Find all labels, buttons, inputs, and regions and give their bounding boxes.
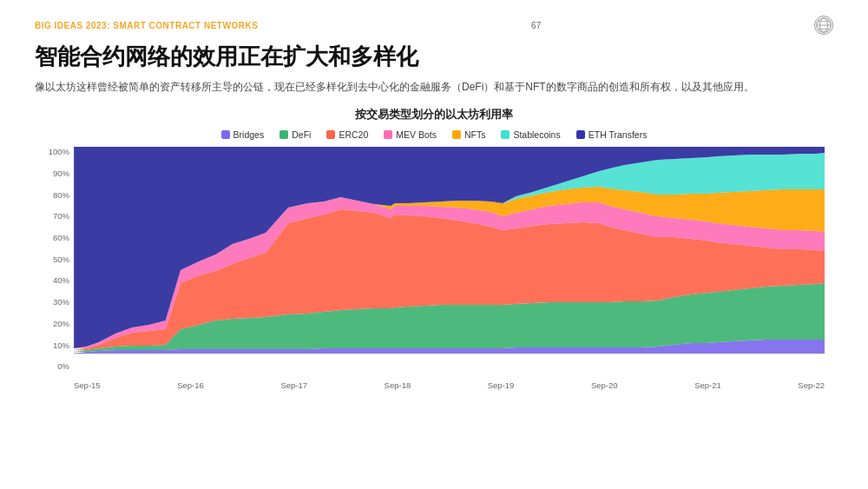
- legend-label-mev: MEV Bots: [396, 129, 437, 140]
- page-subtitle: 像以太坊这样曾经被简单的资产转移所主导的公链，现在已经多样化到去中心化的金融服务…: [35, 79, 833, 95]
- x-label-sep21: Sep-21: [694, 380, 721, 390]
- legend-nfts: NFTs: [452, 129, 486, 140]
- legend-label-nfts: NFTs: [464, 129, 486, 140]
- header-subtitle: SMART CONTRACT NETWORKS: [113, 21, 258, 30]
- legend-dot-nfts: [452, 130, 461, 139]
- y-label-90: 90%: [35, 169, 74, 178]
- chart-legend: Bridges DeFi ERC20 MEV Bots NFTs Stablec…: [35, 129, 833, 140]
- y-label-70: 70%: [35, 211, 74, 221]
- legend-dot-bridges: [221, 130, 230, 139]
- x-label-sep16: Sep-16: [177, 380, 204, 390]
- x-label-sep17: Sep-17: [280, 380, 307, 390]
- legend-stablecoins: Stablecoins: [501, 129, 560, 140]
- y-label-20: 20%: [35, 319, 74, 328]
- y-label-60: 60%: [35, 233, 74, 242]
- y-label-50: 50%: [35, 254, 74, 264]
- page: BIG IDEAS 2023: SMART CONTRACT NETWORKS …: [0, 0, 868, 489]
- legend-bridges: Bridges: [221, 129, 265, 140]
- header-left: BIG IDEAS 2023: SMART CONTRACT NETWORKS: [35, 21, 258, 30]
- legend-label-erc20: ERC20: [339, 129, 368, 140]
- legend-label-defi: DeFi: [292, 129, 311, 140]
- y-label-40: 40%: [35, 275, 74, 285]
- y-label-0: 0%: [35, 361, 74, 371]
- legend-mev: MEV Bots: [384, 129, 437, 140]
- legend-dot-stablecoins: [501, 130, 510, 139]
- legend-label-eth-transfers: ETH Transfers: [589, 129, 648, 140]
- chart-svg-area: [74, 147, 825, 371]
- legend-label-bridges: Bridges: [233, 129, 265, 140]
- globe-icon-container: [814, 16, 833, 35]
- x-label-sep18: Sep-18: [385, 380, 411, 390]
- chart-svg: [74, 147, 825, 371]
- x-label-sep15: Sep-15: [74, 380, 101, 390]
- legend-dot-eth-transfers: [576, 130, 585, 139]
- x-label-sep20: Sep-20: [591, 380, 618, 390]
- y-label-100: 100%: [35, 147, 74, 156]
- chart-container: 0% 10% 20% 30% 40% 50% 60% 70% 80% 90% 1…: [35, 147, 833, 390]
- legend-defi: DeFi: [279, 129, 311, 140]
- header-brand: BIG IDEAS 2023:: [35, 21, 110, 30]
- legend-dot-erc20: [326, 130, 335, 139]
- globe-icon: [814, 16, 833, 35]
- x-axis: Sep-15 Sep-16 Sep-17 Sep-18 Sep-19 Sep-2…: [74, 371, 825, 390]
- page-title: 智能合约网络的效用正在扩大和多样化: [35, 43, 833, 70]
- y-label-30: 30%: [35, 297, 74, 307]
- chart-title: 按交易类型划分的以太坊利用率: [35, 107, 833, 122]
- legend-eth-transfers: ETH Transfers: [576, 129, 648, 140]
- legend-dot-mev: [384, 130, 392, 139]
- y-axis: 0% 10% 20% 30% 40% 50% 60% 70% 80% 90% 1…: [35, 147, 74, 371]
- legend-label-stablecoins: Stablecoins: [513, 129, 560, 140]
- y-label-80: 80%: [35, 190, 74, 200]
- header: BIG IDEAS 2023: SMART CONTRACT NETWORKS …: [35, 16, 833, 35]
- page-number: 67: [531, 21, 541, 30]
- x-label-sep22: Sep-22: [798, 380, 825, 390]
- legend-erc20: ERC20: [326, 129, 368, 140]
- x-label-sep19: Sep-19: [488, 380, 515, 390]
- legend-dot-defi: [279, 130, 288, 139]
- y-label-10: 10%: [35, 340, 74, 350]
